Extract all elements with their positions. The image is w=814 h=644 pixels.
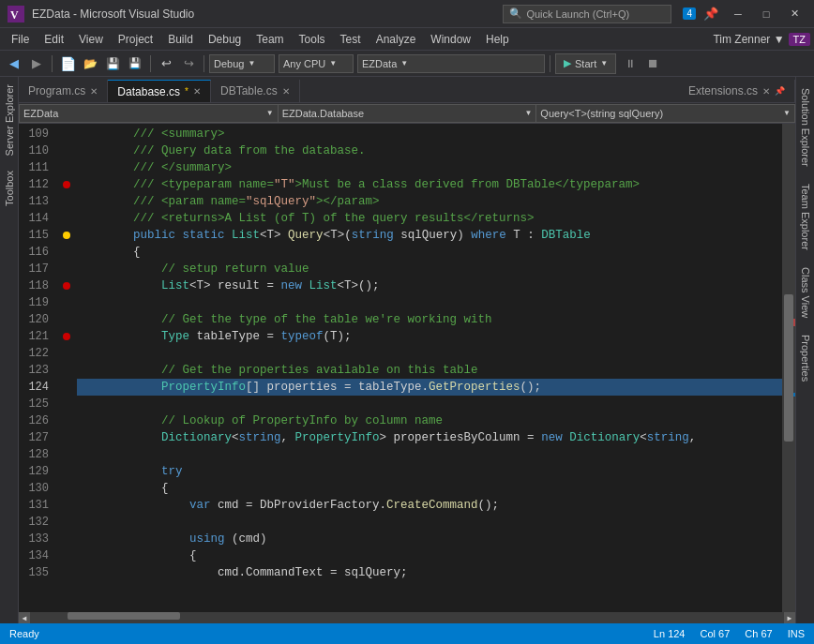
scroll-thumb[interactable] <box>784 294 793 441</box>
start-button[interactable]: ▶ Start ▼ <box>555 53 616 74</box>
notification-badge[interactable]: 4 <box>683 7 696 20</box>
tab-close-icon[interactable]: ✕ <box>282 86 290 97</box>
class-dropdown[interactable]: EZData.Database ▼ <box>279 104 537 123</box>
line-num: 129 <box>19 463 54 480</box>
tab-dbtable-cs[interactable]: DBTable.cs ✕ <box>211 80 300 102</box>
h-scroll-thumb[interactable] <box>68 612 180 620</box>
tab-database-cs[interactable]: Database.cs * ✕ <box>108 80 211 102</box>
line-num: 116 <box>19 244 54 261</box>
svg-text:V: V <box>10 8 19 22</box>
code-line-110: /// Query data from the database. <box>77 142 782 159</box>
save-button[interactable]: 💾 <box>102 53 123 74</box>
class-view-tab[interactable]: Class View <box>797 260 814 325</box>
breakpoint-121[interactable] <box>63 333 70 340</box>
close-button[interactable]: ✕ <box>782 5 806 23</box>
menu-help[interactable]: Help <box>478 28 517 50</box>
gutter-125 <box>60 396 73 412</box>
line-num: 121 <box>19 328 54 345</box>
pin-icon[interactable]: 📌 <box>703 7 718 22</box>
solution-label: EZData <box>362 58 397 69</box>
status-bar: Ready Ln 124 Col 67 Ch 67 INS <box>0 623 814 644</box>
namespace-label: EZData <box>23 108 58 119</box>
gutter[interactable] <box>60 124 73 612</box>
line-indicator: Ln 124 <box>654 628 686 639</box>
pause-button[interactable]: ⏸ <box>620 53 641 74</box>
menu-test[interactable]: Test <box>333 28 369 50</box>
toolbox-tab[interactable]: Toolbox <box>1 163 18 214</box>
platform-dropdown[interactable]: Any CPU ▼ <box>279 54 354 73</box>
new-project-button[interactable]: 📄 <box>57 53 78 74</box>
menu-project[interactable]: Project <box>111 28 160 50</box>
menu-team[interactable]: Team <box>249 28 291 50</box>
ch-indicator: Ch 67 <box>745 628 772 639</box>
horizontal-scrollbar[interactable]: ◀ ▶ <box>19 612 795 623</box>
code-line-112: /// <typeparam name="T">Must be a class … <box>77 176 782 193</box>
line-num: 125 <box>19 396 54 412</box>
code-line-134: { <box>77 547 782 564</box>
code-line-117: // setup return value <box>77 261 782 277</box>
stop-button[interactable]: ⏹ <box>642 53 663 74</box>
nav-forward-button[interactable]: ▶ <box>26 53 47 74</box>
redo-button[interactable]: ↪ <box>178 53 199 74</box>
code-editor[interactable]: 109 110 111 112 113 114 115 116 117 118 … <box>19 124 795 612</box>
menu-bar: File Edit View Project Build Debug Team … <box>0 28 814 51</box>
code-content[interactable]: /// <summary> /// Query data from the da… <box>73 124 782 612</box>
line-num: 111 <box>19 159 54 176</box>
tab-close-icon[interactable]: ✕ <box>90 86 98 97</box>
breakpoint-112[interactable] <box>63 181 70 188</box>
col-indicator: Col 67 <box>701 628 731 639</box>
method-dropdown[interactable]: Query<T>(string sqlQuery) ▼ <box>536 104 795 123</box>
menu-window[interactable]: Window <box>423 28 478 50</box>
tab-extensions-cs[interactable]: Extensions.cs ✕ 📌 <box>679 80 795 102</box>
properties-tab[interactable]: Properties <box>797 327 814 389</box>
code-line-124: PropertyInfo[] properties = tableType.Ge… <box>77 379 782 396</box>
vs-logo-icon: V <box>8 6 24 22</box>
tab-close-icon[interactable]: ✕ <box>762 86 770 97</box>
namespace-arrow: ▼ <box>266 109 274 117</box>
minimize-button[interactable]: ─ <box>726 5 750 23</box>
code-line-130: { <box>77 480 782 497</box>
menu-build[interactable]: Build <box>160 28 201 50</box>
gutter-135 <box>60 564 73 581</box>
nav-back-button[interactable]: ◀ <box>4 53 24 74</box>
tab-program-cs[interactable]: Program.cs ✕ <box>19 80 108 102</box>
search-box[interactable]: 🔍 Quick Launch (Ctrl+Q) <box>503 5 671 23</box>
debug-config-dropdown[interactable]: Debug ▼ <box>209 54 275 73</box>
namespace-dropdown[interactable]: EZData ▼ <box>19 104 279 123</box>
code-line-115: public static List<T> Query<T>(string sq… <box>77 227 782 244</box>
undo-button[interactable]: ↩ <box>156 53 176 74</box>
menu-file[interactable]: File <box>4 28 37 50</box>
gutter-128 <box>60 446 73 463</box>
separator-1 <box>52 55 53 72</box>
maximize-button[interactable]: □ <box>754 5 778 23</box>
line-num: 117 <box>19 261 54 277</box>
solution-dropdown[interactable]: EZData ▼ <box>357 54 545 73</box>
separator-4 <box>550 55 550 72</box>
h-scroll-left-button[interactable]: ◀ <box>19 612 30 623</box>
tab-label: Database.cs <box>117 85 180 98</box>
server-explorer-tab[interactable]: Server Explorer <box>1 77 18 163</box>
user-name[interactable]: Tim Zenner ▼ <box>713 33 784 46</box>
team-explorer-tab[interactable]: Team Explorer <box>797 176 814 258</box>
menu-debug[interactable]: Debug <box>201 28 249 50</box>
menu-analyze[interactable]: Analyze <box>369 28 424 50</box>
h-scroll-track[interactable] <box>30 612 784 623</box>
breakpoint-118[interactable] <box>63 282 70 290</box>
menu-tools[interactable]: Tools <box>292 28 333 50</box>
menu-edit[interactable]: Edit <box>37 28 71 50</box>
save-all-button[interactable]: 💾 <box>125 53 145 74</box>
code-line-128 <box>77 446 782 463</box>
code-line-121: Type tableType = typeof(T); <box>77 328 782 345</box>
menu-view[interactable]: View <box>71 28 111 50</box>
tab-close-icon[interactable]: ✕ <box>193 86 201 97</box>
line-num: 130 <box>19 480 54 497</box>
code-line-111: /// </summary> <box>77 159 782 176</box>
open-button[interactable]: 📂 <box>80 53 100 74</box>
solution-explorer-tab[interactable]: Solution Explorer <box>797 81 814 174</box>
gutter-116 <box>60 244 73 261</box>
breakpoint-115[interactable] <box>63 232 70 239</box>
gutter-119 <box>60 294 73 311</box>
vertical-scrollbar[interactable] <box>782 124 795 612</box>
h-scroll-right-button[interactable]: ▶ <box>784 612 795 623</box>
tab-pin-icon[interactable]: 📌 <box>775 86 785 96</box>
